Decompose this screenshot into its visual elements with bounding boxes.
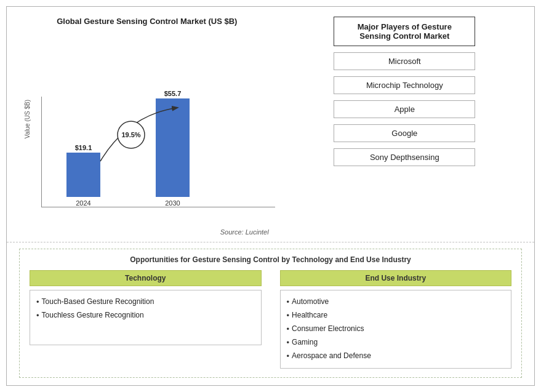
technology-content: Touch-Based Gesture Recognition Touchles… (30, 290, 262, 345)
end-use-item-4-text: Gaming (292, 336, 318, 348)
y-axis-label: Value (US $B) (24, 100, 31, 138)
tech-item-1-text: Touch-Based Gesture Recognition (42, 295, 154, 308)
end-use-item-2-text: Healthcare (292, 309, 327, 321)
technology-column: Technology Touch-Based Gesture Recogniti… (30, 270, 262, 369)
technology-header: Technology (30, 270, 262, 286)
bar-group-2030: $55.7 2030 (156, 90, 190, 207)
player-item-sony: Sony Depthsensing (334, 148, 475, 166)
end-use-item-3: Consumer Electronics (287, 322, 505, 336)
cagr-label: 19.5% (121, 131, 140, 138)
chart-container: Value (US $B) (19, 31, 275, 226)
top-section: Global Gesture Sensing Control Market (U… (7, 7, 534, 242)
end-use-item-4: Gaming (287, 336, 505, 350)
end-use-item-5: Aerospace and Defense (287, 350, 505, 363)
bar-value-2030: $55.7 (164, 90, 182, 97)
source-label: Source: Lucintel (19, 228, 275, 236)
bar-2024 (66, 153, 100, 197)
bar-label-2030: 2030 (165, 199, 180, 207)
end-use-header: End Use Industry (280, 270, 512, 286)
players-area: Major Players of Gesture Sensing Control… (281, 7, 534, 242)
end-use-column: End Use Industry Automotive Healthcare C… (280, 270, 512, 369)
tech-item-1: Touch-Based Gesture Recognition (36, 295, 255, 309)
tech-item-2-text: Touchless Gesture Recognition (42, 309, 144, 321)
bar-label-2024: 2024 (76, 199, 90, 207)
player-item-apple: Apple (334, 100, 475, 118)
player-item-google: Google (334, 124, 475, 142)
bars-area: 19.5% $19.1 2024 $55.7 2030 (41, 97, 275, 207)
end-use-item-5-text: Aerospace and Defense (292, 350, 371, 362)
end-use-item-2: Healthcare (287, 309, 505, 322)
end-use-item-1-text: Automotive (292, 295, 329, 308)
opportunities-box: Opportunities for Gesture Sensing Contro… (19, 249, 522, 378)
chart-area: Global Gesture Sensing Control Market (U… (7, 7, 281, 242)
end-use-item-3-text: Consumer Electronics (292, 322, 364, 335)
main-container: Global Gesture Sensing Control Market (U… (6, 6, 535, 386)
chart-title: Global Gesture Sensing Control Market (U… (19, 17, 275, 26)
end-use-content: Automotive Healthcare Consumer Electroni… (280, 290, 512, 369)
end-use-item-1: Automotive (287, 295, 505, 309)
bar-group-2024: $19.1 2024 (66, 144, 100, 207)
players-title: Major Players of Gesture Sensing Control… (334, 17, 475, 46)
bottom-section: Opportunities for Gesture Sensing Contro… (7, 242, 534, 385)
bar-2030 (156, 98, 190, 197)
player-item-microsoft: Microsoft (334, 52, 475, 70)
tech-item-2: Touchless Gesture Recognition (36, 309, 255, 322)
player-item-microchip: Microchip Technology (334, 76, 475, 94)
opportunities-title: Opportunities for Gesture Sensing Contro… (30, 255, 511, 264)
opportunities-columns: Technology Touch-Based Gesture Recogniti… (30, 270, 511, 369)
bar-value-2024: $19.1 (75, 144, 92, 151)
svg-point-0 (118, 121, 145, 148)
